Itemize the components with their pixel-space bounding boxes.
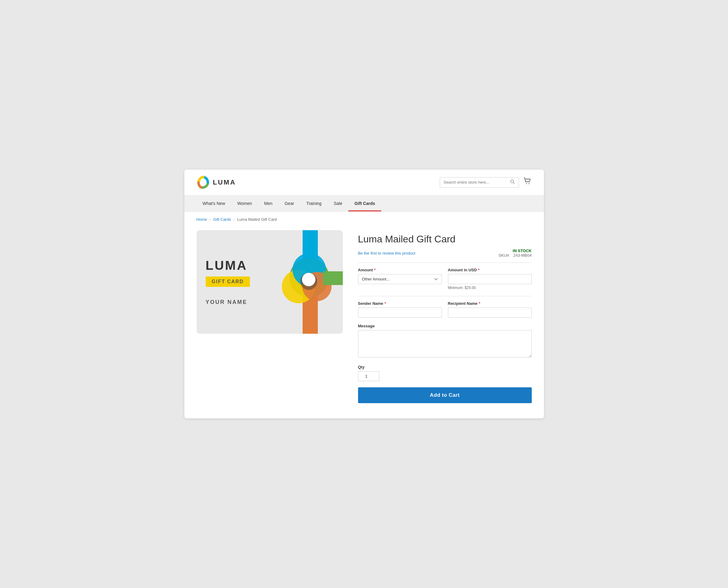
amount-usd-group: Amount in USD * Minimum: $25.00	[448, 268, 532, 290]
breadcrumb-sep-1: ›	[209, 217, 210, 222]
nav-item-whats-new[interactable]: What's New	[197, 195, 231, 211]
sender-name-group: Sender Name *	[358, 301, 442, 318]
breadcrumb-sep-2: ›	[234, 217, 235, 222]
svg-line-2	[513, 183, 514, 184]
add-to-cart-button[interactable]: Add to Cart	[358, 387, 532, 403]
amount-usd-label: Amount in USD *	[448, 268, 532, 272]
gift-card-logo-area	[276, 230, 343, 334]
amount-required-star: *	[374, 268, 376, 272]
recipient-name-input[interactable]	[448, 308, 532, 318]
review-link[interactable]: Be the first to review this product	[358, 251, 416, 255]
product-image-area: LUMA GIFT CARD YOUR NAME	[197, 230, 343, 403]
breadcrumb: Home › Gift Cards › Luma Mailed Gift Car…	[184, 212, 544, 227]
luma-logo-icon	[197, 176, 210, 189]
gift-card-logo-svg	[276, 230, 343, 334]
product-layout: LUMA GIFT CARD YOUR NAME	[184, 227, 544, 418]
amount-row: Amount * Other Amount... Amount in USD *…	[358, 268, 532, 290]
product-details: Luma Mailed Gift Card Be the first to re…	[358, 230, 532, 403]
sender-required-star: *	[385, 301, 386, 306]
amount-select[interactable]: Other Amount...	[358, 274, 442, 284]
message-label: Message	[358, 324, 532, 328]
divider-1	[358, 262, 532, 263]
sku-value: SKU#: 243-MB04	[499, 253, 531, 258]
header-right	[440, 177, 532, 188]
amount-label: Amount *	[358, 268, 442, 272]
svg-point-4	[528, 183, 529, 184]
gift-card-luma-text: LUMA	[206, 258, 267, 273]
minimum-note: Minimum: $25.00	[448, 286, 532, 290]
product-title: Luma Mailed Gift Card	[358, 233, 532, 245]
sku-label: SKU#:	[499, 253, 510, 258]
gift-card-owner-name: YOUR NAME	[206, 299, 267, 306]
sender-name-label: Sender Name *	[358, 301, 442, 306]
sender-name-input[interactable]	[358, 308, 442, 318]
nav-item-women[interactable]: Women	[231, 195, 258, 211]
stock-sku-col: IN STOCK SKU#: 243-MB04	[499, 249, 531, 258]
divider-2	[358, 296, 532, 296]
nav-bar: What's New Women Men Gear Training Sale …	[184, 195, 544, 212]
search-button[interactable]	[510, 180, 515, 186]
search-input[interactable]	[444, 180, 510, 185]
recipient-name-label: Recipient Name *	[448, 301, 532, 306]
name-row: Sender Name * Recipient Name *	[358, 301, 532, 318]
logo-area: LUMA	[197, 176, 236, 189]
recipient-required-star: *	[479, 301, 480, 306]
nav-item-gift-cards[interactable]: Gift Cards	[348, 195, 381, 211]
gift-card-badge-text: GIFT CARD	[206, 276, 250, 287]
qty-input[interactable]	[358, 371, 379, 381]
breadcrumb-current: Luma Mailed Gift Card	[237, 217, 277, 222]
page-container: LUMA What'	[184, 170, 544, 418]
search-icon	[510, 180, 515, 184]
search-box	[440, 177, 519, 188]
message-group: Message	[358, 324, 532, 359]
qty-label: Qty	[358, 365, 532, 370]
in-stock-badge: IN STOCK	[499, 249, 531, 253]
amount-group: Amount * Other Amount...	[358, 268, 442, 290]
sku-number: 243-MB04	[513, 253, 532, 258]
qty-group: Qty	[358, 365, 532, 381]
amount-usd-input[interactable]	[448, 274, 532, 284]
breadcrumb-home[interactable]: Home	[197, 217, 207, 222]
nav-item-gear[interactable]: Gear	[279, 195, 300, 211]
breadcrumb-gift-cards[interactable]: Gift Cards	[213, 217, 231, 222]
svg-point-12	[302, 273, 316, 286]
logo-text: LUMA	[213, 178, 236, 186]
header: LUMA	[184, 170, 544, 195]
cart-icon[interactable]	[523, 177, 532, 188]
nav-list: What's New Women Men Gear Training Sale …	[197, 195, 532, 211]
nav-item-sale[interactable]: Sale	[328, 195, 348, 211]
nav-item-men[interactable]: Men	[258, 195, 279, 211]
message-textarea[interactable]	[358, 330, 532, 357]
svg-point-3	[526, 183, 527, 184]
review-stock-row: Be the first to review this product IN S…	[358, 249, 532, 258]
shopping-cart-icon	[523, 177, 532, 186]
gift-card-visual: LUMA GIFT CARD YOUR NAME	[197, 230, 343, 334]
svg-rect-13	[323, 271, 343, 285]
amount-usd-required-star: *	[478, 268, 480, 272]
gift-card-left: LUMA GIFT CARD YOUR NAME	[197, 249, 276, 315]
nav-item-training[interactable]: Training	[300, 195, 328, 211]
recipient-name-group: Recipient Name *	[448, 301, 532, 318]
